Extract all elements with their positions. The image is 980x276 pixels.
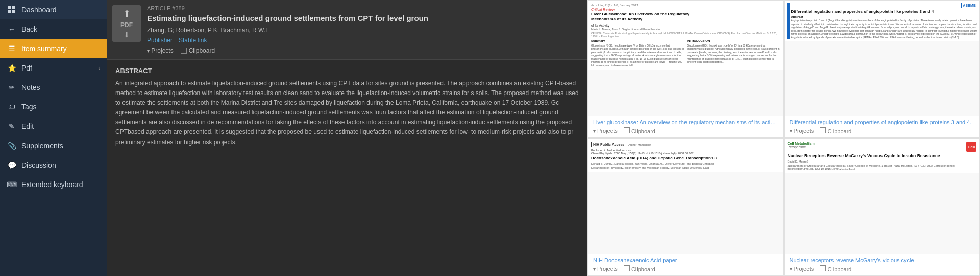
angiopoietin-checkbox[interactable] <box>820 127 826 133</box>
angiopoietin-actions: ▾ Projects Clipboard <box>790 127 975 134</box>
asbmb-abstract-title: Abstract <box>791 15 978 18</box>
sidebar-item-tags[interactable]: 🏷 Tags <box>0 97 107 117</box>
liver-actions: ▾ Projects Clipboard <box>593 127 778 134</box>
angiopoietin-projects-link[interactable]: ▾ Projects <box>790 128 814 134</box>
nih-checkbox[interactable] <box>624 265 630 271</box>
main-content: ⬆ PDF ⬇ ARTICLE #389 Estimating liquefac… <box>107 0 587 276</box>
liver-col2-body: Glucokinase (GCK, hexokinase type IV or … <box>687 44 780 64</box>
related-item-nih: NIH Public Access Author Manuscript Publ… <box>587 138 784 276</box>
cell-type: Perspective <box>788 145 815 149</box>
article-actions: ▾ Projects Clipboard <box>147 47 579 54</box>
sidebar-item-edit[interactable]: ✎ Edit <box>0 117 107 136</box>
nih-title: Docosahexaenoic Acid (DHA) and Hepatic G… <box>591 156 780 161</box>
keyboard-icon: ⌨ <box>7 180 16 189</box>
nih-actions: ▾ Projects Clipboard <box>593 265 778 272</box>
cell-journal: Cell Metabolism <box>788 142 815 145</box>
paper-preview-nih: NIH Public Access Author Manuscript Publ… <box>588 139 783 254</box>
clipboard-check: Clipboard <box>181 47 215 54</box>
nih-clipboard-check: Clipboard <box>624 265 655 272</box>
nih-link[interactable]: NIH Docosahexaenoic Acid paper <box>593 257 778 263</box>
liver-link[interactable]: Liver glucokinase: An overview on the re… <box>593 119 778 125</box>
sidebar-item-pdf[interactable]: ⭐ Pdf ‹ <box>0 58 107 78</box>
paperclip-icon: 📎 <box>7 141 16 150</box>
upload-icon: ⬆ <box>123 8 131 19</box>
list-icon: ☰ <box>7 44 16 53</box>
sidebar-item-notes[interactable]: ✏ Notes <box>0 78 107 97</box>
sidebar-item-label: Tags <box>21 103 37 111</box>
arrow-left-icon: ← <box>7 25 16 34</box>
nih-logo: NIH Public Access <box>591 142 626 147</box>
sidebar-item-discussion[interactable]: 💬 Discussion <box>0 155 107 175</box>
asbmb-abstract-body: Angiopoietin-like protein 3 and 4 (Angpt… <box>791 19 978 39</box>
related-item-liver-glucokinase: Acta Life, 41(1): 1-8, January 2011 Crit… <box>587 0 784 138</box>
nuclear-actions: ▾ Projects Clipboard <box>790 265 975 272</box>
publisher-link[interactable]: Publisher <box>147 37 173 44</box>
clipboard-checkbox[interactable] <box>181 48 187 54</box>
abstract-area: ABSTRACT An integrated approach to estim… <box>107 60 587 277</box>
liver-col2-title: INTRODUCTION <box>687 39 780 43</box>
article-authors: Zhang, G; Robertson, P K; Brachman, R W.… <box>147 27 579 34</box>
liver-affiliation: CENEXA, Centro de Endocrinología Experim… <box>591 32 780 38</box>
asbmb-bar <box>787 3 790 39</box>
sidebar-item-label: Back <box>21 25 37 33</box>
liver-clipboard-check: Clipboard <box>624 127 655 134</box>
sidebar-item-dashboard[interactable]: Dashboard <box>0 0 107 19</box>
liver-title: Liver Glucokinase: An Overview on the Re… <box>591 12 780 22</box>
liver-checkbox[interactable] <box>624 127 630 133</box>
edit-icon: ✎ <box>7 122 16 131</box>
related-item-angiopoietin: ASBMB Differential regulation and proper… <box>784 0 981 138</box>
paper-preview-nuclear: Cell Metabolism Perspective Cell Nuclear… <box>785 139 980 254</box>
article-info: ARTICLE #389 Estimating liquefaction-ind… <box>147 5 579 54</box>
article-header: ⬆ PDF ⬇ ARTICLE #389 Estimating liquefac… <box>107 0 587 60</box>
paper-preview-liver: Acta Life, 41(1): 1-8, January 2011 Crit… <box>588 1 783 116</box>
sidebar-item-item-summary[interactable]: ☰ Item summary <box>0 39 107 58</box>
angiopoietin-clipboard-check: Clipboard <box>820 127 851 134</box>
sidebar-item-back[interactable]: ← Back <box>0 19 107 39</box>
angiopoietin-link[interactable]: Differential regulation and properties o… <box>790 119 975 125</box>
pdf-icon-box: ⬆ PDF ⬇ <box>112 5 141 42</box>
nih-header: NIH Public Access Author Manuscript <box>591 142 780 147</box>
chevron-icon: ▾ <box>593 128 596 134</box>
right-panel: Acta Life, 41(1): 1-8, January 2011 Crit… <box>587 0 980 276</box>
sidebar-item-label: Item summary <box>21 44 67 53</box>
sidebar-item-label: Dashboard <box>21 6 57 14</box>
asbmb-logo: ASBMB <box>961 3 977 8</box>
pdf-label: PDF <box>120 21 133 29</box>
nih-affiliation: Department of Physiology, Biochemistry a… <box>591 166 780 169</box>
chevron-down-icon: ▾ <box>147 48 150 54</box>
cell-title: Nuclear Receptors Reverse McGarry's Vici… <box>788 153 977 159</box>
article-number: ARTICLE #389 <box>147 5 579 11</box>
projects-link[interactable]: ▾ Projects <box>147 47 174 54</box>
sidebar-item-extended-keyboard[interactable]: ⌨ Extended keyboard <box>0 175 107 194</box>
grid-icon <box>7 5 16 14</box>
cell-header: Cell Metabolism Perspective Cell <box>788 142 977 152</box>
tag-icon: 🏷 <box>7 102 16 111</box>
liver-journal: Acta Life, 41(1): 1-8, January 2011 <box>591 4 780 7</box>
nuclear-checkbox[interactable] <box>820 265 826 271</box>
collapse-icon: ‹ <box>98 64 100 72</box>
chevron-icon: ▾ <box>593 266 596 272</box>
stable-link[interactable]: Stable link <box>179 37 207 44</box>
liver-subtitle: of Its Activity <box>591 24 780 27</box>
cell-logo: Cell <box>966 142 976 152</box>
sidebar-item-supplements[interactable]: 📎 Supplements <box>0 136 107 155</box>
nih-projects-link[interactable]: ▾ Projects <box>593 266 618 272</box>
sidebar-item-label: Edit <box>21 122 34 130</box>
nuclear-link[interactable]: Nuclear receptors reverse McGarry's vici… <box>790 257 975 263</box>
nuclear-clipboard-check: Clipboard <box>820 265 851 272</box>
liver-col1-title: Summary <box>591 39 684 43</box>
sidebar-item-label: Supplements <box>21 142 63 150</box>
chat-icon: 💬 <box>7 160 16 170</box>
paper-preview-angiopoietin: ASBMB Differential regulation and proper… <box>785 1 980 116</box>
related-item-footer-angiopoietin: Differential regulation and properties o… <box>785 116 980 137</box>
abstract-title: ABSTRACT <box>115 67 579 75</box>
sidebar-item-label: Discussion <box>21 161 56 169</box>
pencil-icon: ✏ <box>7 83 16 92</box>
chevron-icon: ▾ <box>790 266 792 272</box>
nuclear-projects-link[interactable]: ▾ Projects <box>790 266 814 272</box>
abstract-text: An integrated approach to estimate lique… <box>115 79 579 147</box>
article-title: Estimating liquefaction-induced ground s… <box>147 13 579 24</box>
liver-col1-body: Glucokinase (GCK, hexokinase type IV or … <box>591 44 684 67</box>
chevron-icon: ▾ <box>790 128 792 134</box>
liver-projects-link[interactable]: ▾ Projects <box>593 128 618 134</box>
